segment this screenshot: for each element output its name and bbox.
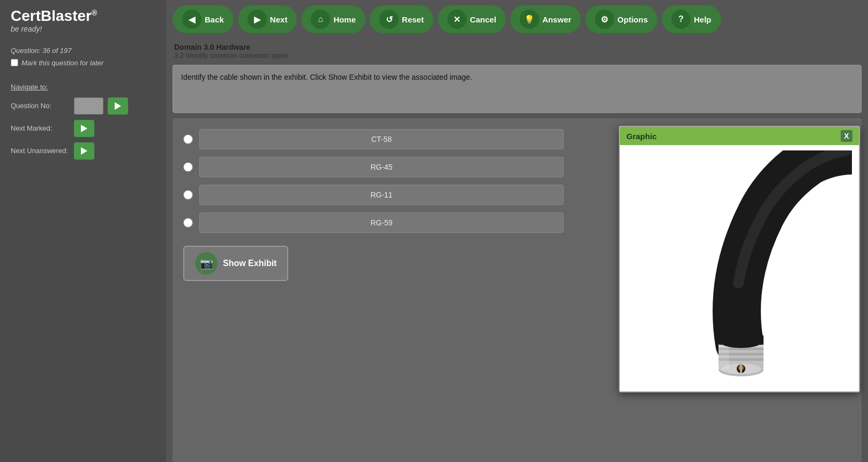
question-info: Question: 36 of 197 [11, 47, 155, 55]
question-no-input[interactable] [74, 97, 103, 115]
next-marked-row: Next Marked: [11, 120, 155, 137]
question-no-label: Question No: [11, 102, 70, 110]
domain-header: Domain 3.0 Hardware 3.2 Identify common … [166, 39, 868, 62]
brand-tagline: be ready! [11, 25, 155, 33]
next-button[interactable]: ▶ Next [238, 5, 297, 33]
cable-svg [627, 150, 852, 386]
back-icon: ◀ [182, 10, 201, 29]
svg-rect-12 [740, 363, 742, 373]
graphic-image-area [620, 145, 859, 391]
options-button[interactable]: ⚙ Options [585, 5, 657, 33]
arrow-right-icon [115, 102, 121, 110]
home-icon: ⌂ [311, 10, 330, 29]
home-button[interactable]: ⌂ Home [301, 5, 365, 33]
back-button[interactable]: ◀ Back [173, 5, 234, 33]
brand-name: CertBlaster® [11, 8, 155, 25]
answer-label-a[interactable]: CT-58 [199, 129, 564, 149]
toolbar: ◀ Back ▶ Next ⌂ Home ↺ Reset ✕ Cancel 💡 … [166, 0, 868, 39]
show-exhibit-button[interactable]: 📷 Show Exhibit [183, 246, 288, 281]
graphic-popup: Graphic X [619, 126, 860, 392]
reset-icon: ↺ [379, 10, 399, 29]
answer-label-d[interactable]: RG-59 [199, 213, 564, 233]
mark-question-row: Mark this question for later [11, 59, 155, 67]
cancel-button[interactable]: ✕ Cancel [438, 5, 506, 33]
radio-b[interactable] [183, 162, 193, 172]
answer-button[interactable]: 💡 Answer [510, 5, 581, 33]
mark-checkbox[interactable] [11, 59, 18, 66]
camera-icon: 📷 [195, 252, 218, 275]
question-no-go-button[interactable] [108, 97, 128, 115]
next-marked-label: Next Marked: [11, 124, 70, 132]
reset-button[interactable]: ↺ Reset [370, 5, 433, 33]
arrow-right-icon [81, 147, 87, 155]
arrow-right-icon [81, 125, 87, 132]
answer-label-b[interactable]: RG-45 [199, 157, 564, 177]
graphic-close-button[interactable]: X [841, 130, 852, 142]
answer-label-c[interactable]: RG-11 [199, 185, 564, 205]
mark-label[interactable]: Mark this question for later [21, 59, 103, 67]
question-text: Identify the cable shown in the exhibit.… [181, 72, 853, 83]
next-unanswered-row: Next Unanswered: [11, 142, 155, 160]
sidebar: CertBlaster® be ready! Question: 36 of 1… [0, 0, 166, 462]
next-unanswered-button[interactable] [74, 142, 94, 160]
help-button[interactable]: ? Help [662, 5, 721, 33]
radio-d[interactable] [183, 218, 193, 228]
graphic-popup-header: Graphic X [620, 127, 859, 145]
answer-icon: 💡 [520, 10, 539, 29]
next-unanswered-label: Next Unanswered: [11, 147, 70, 155]
cancel-icon: ✕ [447, 10, 467, 29]
next-marked-button[interactable] [74, 120, 94, 137]
graphic-title: Graphic [626, 132, 657, 141]
question-no-row: Question No: [11, 97, 155, 115]
question-box: Identify the cable shown in the exhibit.… [173, 65, 862, 113]
radio-a[interactable] [183, 134, 193, 144]
domain-subtitle: 3.2 Identify common connector types. [174, 51, 860, 59]
options-icon: ⚙ [595, 10, 614, 29]
domain-title: Domain 3.0 Hardware [174, 43, 860, 51]
next-icon: ▶ [248, 10, 267, 29]
svg-rect-15 [719, 335, 764, 345]
help-icon: ? [671, 10, 691, 29]
radio-c[interactable] [183, 190, 193, 200]
navigate-label: Navigate to: [11, 83, 155, 91]
